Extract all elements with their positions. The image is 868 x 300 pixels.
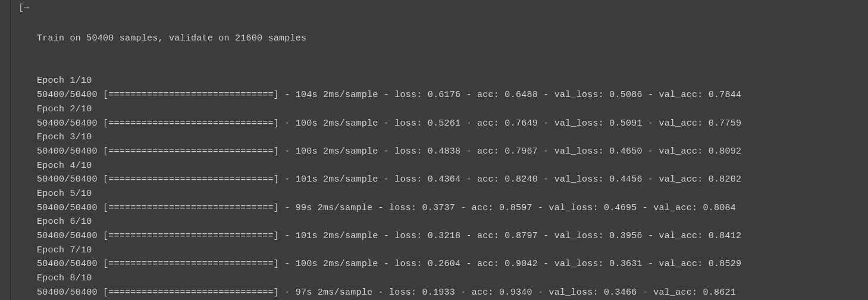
epoch-label: Epoch 1/10 [37,74,866,88]
epoch-label: Epoch 4/10 [37,159,866,173]
epoch-progress-line: 50400/50400 [===========================… [37,286,866,300]
training-header: Train on 50400 samples, validate on 2160… [37,32,866,46]
epoch-label: Epoch 2/10 [37,102,866,117]
epoch-progress-line: 50400/50400 [===========================… [37,257,866,271]
cell-left-margin [0,0,11,300]
epoch-label: Epoch 8/10 [37,271,866,286]
execute-output-icon[interactable]: [→ [18,4,29,300]
epoch-label: Epoch 3/10 [37,130,866,145]
epoch-output-block: Epoch 1/1050400/50400 [=================… [37,74,866,300]
epoch-progress-line: 50400/50400 [===========================… [37,201,866,215]
epoch-label: Epoch 7/10 [37,243,866,258]
cell-gutter: [→ [11,0,37,300]
epoch-label: Epoch 5/10 [37,187,866,201]
epoch-progress-line: 50400/50400 [===========================… [37,117,866,131]
epoch-progress-line: 50400/50400 [===========================… [37,145,866,159]
epoch-label: Epoch 6/10 [37,215,866,229]
epoch-progress-line: 50400/50400 [===========================… [37,173,866,187]
epoch-progress-line: 50400/50400 [===========================… [37,229,866,243]
epoch-progress-line: 50400/50400 [===========================… [37,88,866,102]
cell-output: Train on 50400 samples, validate on 2160… [37,0,868,300]
